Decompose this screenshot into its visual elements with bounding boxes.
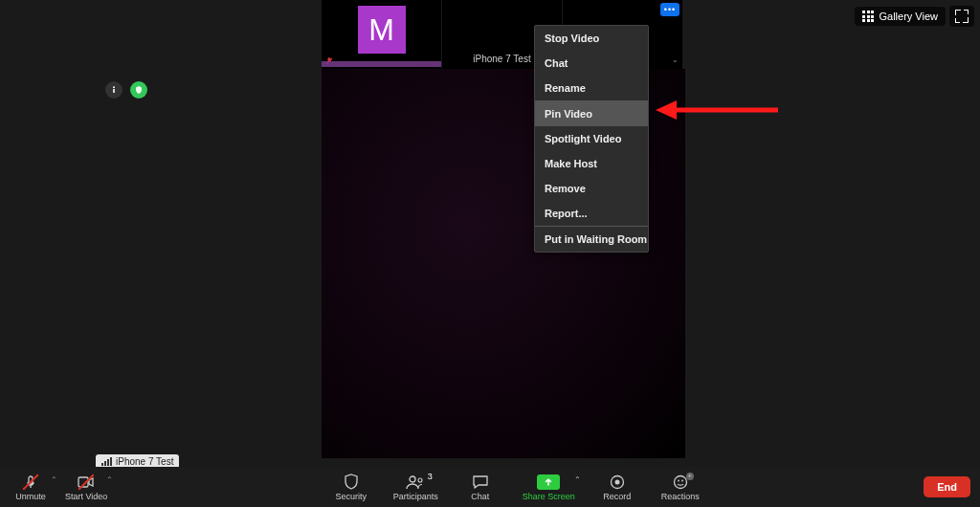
share-screen-label: Share Screen [523, 492, 575, 501]
participant-thumbnail[interactable]: M [322, 0, 442, 69]
svg-point-10 [614, 479, 619, 484]
signal-icon [101, 457, 112, 466]
chevron-up-icon[interactable]: ⌃ [106, 475, 113, 484]
svg-point-13 [681, 479, 683, 481]
chat-button[interactable]: Chat [459, 474, 501, 501]
menu-make-host[interactable]: Make Host [535, 151, 648, 176]
share-screen-icon [537, 474, 560, 491]
participant-context-menu: Stop Video Chat Rename Pin Video Spotlig… [534, 25, 649, 253]
start-video-button[interactable]: Start Video ⌃ [65, 474, 107, 501]
fullscreen-button[interactable] [949, 6, 974, 27]
svg-rect-1 [113, 89, 115, 93]
encryption-shield-icon[interactable] [130, 81, 147, 99]
security-label: Security [335, 492, 367, 501]
unmute-button[interactable]: Unmute ⌃ [10, 474, 52, 501]
menu-chat[interactable]: Chat [535, 51, 648, 76]
participants-label: Participants [393, 492, 438, 501]
participants-button[interactable]: 3 Participants [393, 474, 438, 501]
shield-icon [344, 474, 359, 491]
unmute-label: Unmute [15, 492, 46, 501]
bottom-toolbar: Unmute ⌃ Start Video ⌃ Security 3 Partic… [0, 467, 980, 507]
fullscreen-icon [955, 10, 969, 23]
thumbnail-more-button[interactable]: ••• [660, 3, 679, 16]
record-label: Record [603, 492, 631, 501]
start-video-label: Start Video [65, 492, 107, 501]
menu-report[interactable]: Report... [535, 201, 648, 226]
svg-rect-6 [78, 477, 88, 487]
menu-waiting-room[interactable]: Put in Waiting Room [535, 227, 648, 252]
plus-icon: + [686, 473, 694, 480]
info-icon[interactable] [105, 81, 122, 99]
avatar: M [358, 6, 406, 54]
chevron-down-icon: ⌄ [672, 55, 679, 64]
chevron-up-icon[interactable]: ⌃ [51, 475, 57, 484]
svg-point-12 [678, 479, 679, 481]
menu-remove[interactable]: Remove [535, 176, 648, 201]
end-meeting-button[interactable]: End [924, 476, 970, 497]
participants-count: 3 [428, 472, 433, 481]
menu-pin-video[interactable]: Pin Video [535, 101, 648, 126]
grid-icon [862, 11, 874, 22]
menu-rename[interactable]: Rename [535, 76, 648, 100]
chat-label: Chat [471, 492, 489, 501]
menu-stop-video[interactable]: Stop Video [535, 26, 648, 51]
reactions-label: Reactions [661, 492, 700, 501]
gallery-view-button[interactable]: Gallery View [855, 7, 946, 26]
svg-point-0 [113, 86, 115, 88]
chevron-up-icon[interactable]: ⌃ [574, 475, 581, 484]
menu-spotlight-video[interactable]: Spotlight Video [535, 126, 648, 151]
svg-point-7 [410, 476, 415, 482]
share-screen-button[interactable]: Share Screen ⌃ [523, 474, 575, 501]
participants-icon [406, 474, 425, 491]
chat-icon [472, 474, 489, 491]
record-icon [610, 474, 625, 491]
mic-muted-icon [23, 474, 38, 491]
record-button[interactable]: Record [596, 474, 638, 501]
avatar-letter: M [368, 12, 394, 48]
video-off-icon [78, 474, 95, 491]
gallery-view-label: Gallery View [879, 11, 938, 22]
svg-point-8 [418, 478, 422, 482]
svg-point-11 [674, 475, 686, 488]
tooltip-text: iPhone 7 Test [116, 456, 173, 467]
reactions-button[interactable]: + Reactions [659, 474, 702, 501]
security-button[interactable]: Security [330, 474, 372, 501]
thumbnail-label [322, 61, 441, 67]
